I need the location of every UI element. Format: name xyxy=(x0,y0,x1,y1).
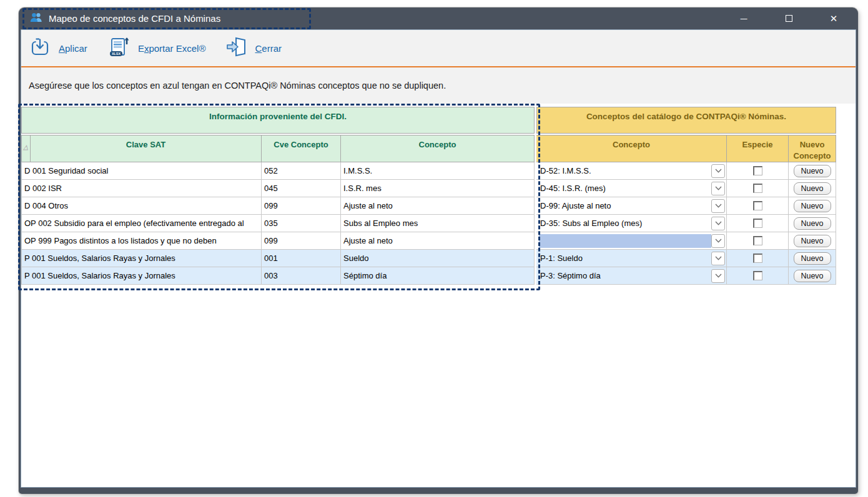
svg-text:XLSX: XLSX xyxy=(112,52,121,56)
table-rows: D 001 Seguridad social052I.M.S.S.D-52: I… xyxy=(21,162,836,285)
column-header-row: △ Clave SAT Cve Concepto Concepto Concep… xyxy=(21,135,836,162)
col-header-clave-sat[interactable]: Clave SAT xyxy=(31,135,262,162)
cell-clave-sat: D 004 Otros xyxy=(21,197,262,215)
cell-clave-sat: D 002 ISR xyxy=(21,180,262,197)
col-header-cve-concepto[interactable]: Cve Concepto xyxy=(262,135,341,162)
cell-clave-sat: P 001 Sueldos, Salarios Rayas y Jornales xyxy=(21,250,262,267)
minimize-button[interactable]: ─ xyxy=(738,13,749,24)
aplicar-button[interactable]: Aplicar xyxy=(29,36,87,60)
cell-especie xyxy=(727,250,789,267)
cell-especie xyxy=(727,267,789,285)
col-header-concepto-nominas[interactable]: Concepto xyxy=(536,135,727,162)
cell-especie xyxy=(727,180,789,197)
nuevo-concepto-button[interactable]: Nuevo xyxy=(794,252,831,265)
cell-nuevo-concepto: Nuevo xyxy=(789,180,836,197)
cell-clave-sat: OP 999 Pagos distintos a los listados y … xyxy=(21,232,262,250)
chevron-down-icon[interactable] xyxy=(711,182,725,195)
nuevo-concepto-button[interactable]: Nuevo xyxy=(794,165,831,177)
especie-checkbox[interactable] xyxy=(753,271,762,280)
cell-especie xyxy=(727,162,789,180)
chevron-down-icon[interactable] xyxy=(711,199,725,213)
especie-checkbox[interactable] xyxy=(753,184,762,193)
cell-concepto-nominas xyxy=(536,232,727,250)
nuevo-concepto-button[interactable]: Nuevo xyxy=(794,182,831,195)
maximize-button[interactable] xyxy=(783,13,794,24)
cell-especie xyxy=(727,232,789,250)
concepto-dropdown[interactable]: D-35: Subs al Empleo (mes) xyxy=(539,216,725,231)
apply-download-icon xyxy=(29,36,51,60)
cell-concepto: I.M.S.S. xyxy=(341,162,535,180)
col-header-concepto[interactable]: Concepto xyxy=(341,135,535,162)
chevron-down-icon[interactable] xyxy=(711,269,725,283)
exportar-excel-button[interactable]: XLSX Exportar Excel® xyxy=(107,36,206,61)
toolbar: Aplicar XLSX Exportar Excel® xyxy=(21,30,856,67)
table-row: OP 999 Pagos distintos a los listados y … xyxy=(21,232,836,250)
aplicar-label: Aplicar xyxy=(59,43,87,54)
cell-cve-concepto: 045 xyxy=(262,180,341,197)
mapping-grid: Información proveniente del CFDI. Concep… xyxy=(21,107,836,285)
nuevo-concepto-button[interactable]: Nuevo xyxy=(794,235,831,247)
cell-clave-sat: D 001 Seguridad social xyxy=(21,162,262,180)
cell-concepto-nominas: D-45: I.S.R. (mes) xyxy=(536,180,727,197)
cell-especie xyxy=(727,197,789,215)
group-header-nominas: Conceptos del catálogo de CONTPAQi® Nómi… xyxy=(536,107,836,134)
nuevo-concepto-button[interactable]: Nuevo xyxy=(794,200,831,212)
cell-nuevo-concepto: Nuevo xyxy=(789,162,836,180)
titlebar[interactable]: Mapeo de conceptos de CFDI a Nóminas ─ ✕ xyxy=(19,7,858,29)
especie-checkbox[interactable] xyxy=(753,219,762,228)
table-row: P 001 Sueldos, Salarios Rayas y Jornales… xyxy=(21,267,836,285)
window-title: Mapeo de conceptos de CFDI a Nóminas xyxy=(49,13,220,24)
nuevo-concepto-button[interactable]: Nuevo xyxy=(794,217,831,230)
table-row: P 001 Sueldos, Salarios Rayas y Jornales… xyxy=(21,250,836,267)
especie-checkbox[interactable] xyxy=(753,201,762,210)
table-row: D 002 ISR045I.S.R. mesD-45: I.S.R. (mes)… xyxy=(21,180,836,197)
dropdown-value: D-52: I.M.S.S. xyxy=(539,164,711,178)
chevron-down-icon[interactable] xyxy=(711,234,725,248)
chevron-down-icon[interactable] xyxy=(711,252,725,265)
table-row: D 004 Otros099Ajuste al netoD-99: Ajuste… xyxy=(21,197,836,215)
dropdown-value: D-99: Ajuste al neto xyxy=(539,199,711,213)
maximize-icon xyxy=(786,15,792,22)
cell-concepto: Sueldo xyxy=(341,250,535,267)
cell-concepto-nominas: P-3: Séptimo día xyxy=(536,267,727,285)
dropdown-value xyxy=(539,234,711,248)
cell-concepto: Séptimo día xyxy=(341,267,535,285)
dropdown-value: P-3: Séptimo día xyxy=(539,269,711,283)
sort-ascending-icon[interactable]: △ xyxy=(22,143,29,152)
cerrar-label: Cerrar xyxy=(255,43,282,54)
concepto-dropdown[interactable]: D-52: I.M.S.S. xyxy=(539,164,725,179)
chevron-down-icon[interactable] xyxy=(711,217,725,230)
cell-clave-sat: OP 002 Subsidio para el empleo (efectiva… xyxy=(21,215,262,232)
cell-cve-concepto: 035 xyxy=(262,215,341,232)
app-people-icon xyxy=(30,12,43,25)
chevron-down-icon[interactable] xyxy=(711,164,725,178)
cell-nuevo-concepto: Nuevo xyxy=(789,197,836,215)
concepto-dropdown[interactable]: D-45: I.S.R. (mes) xyxy=(539,181,725,196)
cell-cve-concepto: 001 xyxy=(262,250,341,267)
cell-concepto-nominas: D-52: I.M.S.S. xyxy=(536,162,727,180)
cell-cve-concepto: 052 xyxy=(262,162,341,180)
concepto-dropdown[interactable]: D-99: Ajuste al neto xyxy=(539,199,725,214)
group-header-cfdi: Información proveniente del CFDI. xyxy=(21,107,535,134)
col-header-especie[interactable]: Especie xyxy=(727,135,789,162)
concepto-dropdown[interactable]: P-3: Séptimo día xyxy=(539,268,725,283)
dropdown-value: P-1: Sueldo xyxy=(539,252,711,265)
cell-cve-concepto: 003 xyxy=(262,267,341,285)
cell-cve-concepto: 099 xyxy=(262,197,341,215)
close-button[interactable]: ✕ xyxy=(828,13,839,24)
excel-export-icon: XLSX xyxy=(107,36,130,61)
dropdown-value: D-45: I.S.R. (mes) xyxy=(539,182,711,195)
especie-checkbox[interactable] xyxy=(753,236,762,245)
especie-checkbox[interactable] xyxy=(753,253,762,263)
cerrar-button[interactable]: Cerrar xyxy=(225,36,282,61)
concepto-dropdown[interactable] xyxy=(539,234,725,248)
cell-nuevo-concepto: Nuevo xyxy=(789,250,836,267)
especie-checkbox[interactable] xyxy=(753,166,762,175)
cell-nuevo-concepto: Nuevo xyxy=(789,215,836,232)
dropdown-value: D-35: Subs al Empleo (mes) xyxy=(539,217,711,230)
window-content: Aplicar XLSX Exportar Excel® xyxy=(21,29,856,488)
nuevo-concepto-button[interactable]: Nuevo xyxy=(794,270,831,282)
col-header-nuevo-concepto[interactable]: Nuevo Concepto xyxy=(789,135,836,162)
concepto-dropdown[interactable]: P-1: Sueldo xyxy=(539,251,725,266)
cell-concepto-nominas: D-35: Subs al Empleo (mes) xyxy=(536,215,727,232)
